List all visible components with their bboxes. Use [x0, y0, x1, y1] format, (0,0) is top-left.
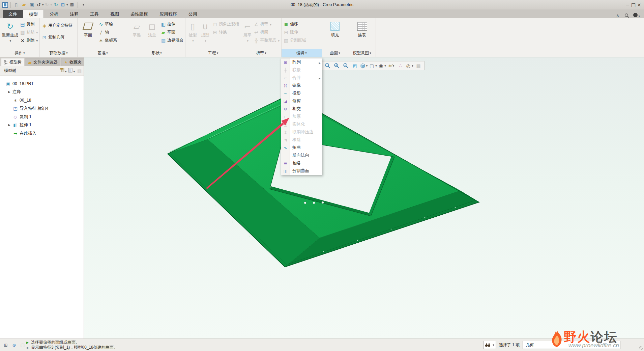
close-window-icon[interactable]: ⊠ — [68, 1, 76, 8]
status-box-icon[interactable]: ▢ — [20, 342, 26, 348]
group-label-surfaces[interactable]: 曲面 — [322, 49, 348, 57]
rip-button[interactable]: ▯ 扯裂 — [186, 19, 199, 49]
copy-geometry-button[interactable]: ⊡复制几何 — [41, 34, 72, 41]
render-icon[interactable]: ▦ — [414, 62, 423, 70]
sketch-button[interactable]: ∿草绘 — [98, 21, 117, 28]
menu-item-project[interactable]: ≈投影 — [281, 89, 322, 97]
menu-item-merge[interactable]: ⌐合并 — [281, 74, 322, 82]
tree-item-part[interactable]: ▣00_18.PRT — [0, 80, 84, 88]
extend-button[interactable]: ⊟延伸 — [283, 29, 306, 36]
menu-item-split-surface[interactable]: ◫分割曲面 — [281, 167, 322, 175]
annotation-display-icon[interactable]: ◎ — [405, 62, 414, 70]
new-file-icon[interactable]: ▯ — [12, 1, 20, 8]
tab-flex-modeling[interactable]: 柔性建模 — [125, 10, 154, 18]
zoom-out-icon[interactable] — [341, 62, 350, 70]
menu-item-mirror[interactable]: )(镜像 — [281, 82, 322, 89]
menu-item-join[interactable]: ┼联接 — [281, 66, 322, 74]
spin-center-icon[interactable]: ∴ — [396, 62, 405, 70]
extrude-button[interactable]: ◧拉伸 — [160, 21, 183, 28]
tab-favorites[interactable]: ★ 收藏夹 — [61, 58, 84, 66]
convert-button[interactable]: ⊞转换 — [212, 29, 239, 36]
group-label-datum[interactable]: 基准 — [78, 49, 128, 57]
offset-button[interactable]: ≡偏移 — [283, 21, 306, 28]
udf-button[interactable]: ◈用户定义特征 — [41, 22, 72, 29]
plane-button[interactable]: 平面 — [79, 19, 97, 49]
split-area-button[interactable]: ▧分割区域 — [283, 37, 306, 44]
part-3d-model[interactable] — [84, 57, 644, 339]
paste-button[interactable]: ▥粘贴 — [20, 29, 38, 36]
tree-item-extrude[interactable]: ◧拉伸 1 — [0, 121, 84, 130]
form-button[interactable]: ∪ 成型 — [199, 19, 211, 49]
search-icon[interactable] — [624, 13, 629, 18]
tree-filter-button[interactable] — [68, 68, 75, 74]
menu-item-envelope[interactable]: ≡包络 — [281, 159, 322, 167]
fill-button[interactable]: 填充 — [326, 19, 345, 49]
boundary-blend-button[interactable]: ▨边界混合 — [160, 37, 183, 44]
tree-item-copy[interactable]: ◇复制 1 — [0, 113, 84, 121]
menu-item-remove[interactable]: ◥移除 — [281, 136, 322, 144]
datum-display-icon[interactable]: ∗⁄ — [387, 62, 396, 70]
menu-item-pattern[interactable]: ⊞阵列 — [281, 58, 322, 66]
tree-tools-button[interactable] — [60, 68, 67, 74]
group-label-bends[interactable]: 折弯 — [241, 49, 281, 57]
bend-back-button[interactable]: ↩折回 — [253, 29, 280, 36]
zoom-region-icon[interactable] — [323, 62, 332, 70]
regenerate-quick-icon[interactable]: ↻ — [52, 1, 60, 8]
status-web-icon[interactable]: ⊕ — [11, 342, 17, 348]
tree-item-annotations[interactable]: 注释 — [0, 88, 84, 97]
tab-tools[interactable]: 工具 — [84, 10, 105, 18]
menu-item-solidify[interactable]: ◳实体化 — [281, 120, 322, 128]
delete-button[interactable]: ×删除 — [20, 37, 38, 44]
tree-item-csys[interactable]: ∗00_18 — [0, 96, 84, 105]
flat-pattern-button[interactable]: ╬平整形态 — [253, 37, 280, 44]
menu-item-trim[interactable]: ◪修剪 — [281, 97, 322, 105]
view-capture-icon[interactable]: ◉ — [378, 62, 386, 70]
tab-folder-browser[interactable]: ▰ 文件夹浏览器 — [25, 58, 60, 66]
flange-button[interactable]: ◻ 法兰 — [145, 19, 160, 49]
menu-item-thicken[interactable]: ⊏加厚 — [281, 113, 322, 120]
group-label-shapes[interactable]: 形状 — [128, 49, 185, 57]
unbend-button[interactable]: ⌐ 展平 — [242, 19, 253, 49]
tab-annotate[interactable]: 注释 — [64, 10, 84, 18]
tree-item-import-feature[interactable]: ◳导入特征 标识4 — [0, 105, 84, 113]
tree-settings-icon[interactable]: ▥ — [77, 68, 82, 74]
group-label-operations[interactable]: 操作 — [0, 49, 39, 57]
window-switch-button[interactable]: ⊞ — [60, 1, 68, 8]
refit-icon[interactable]: ◩ — [350, 62, 359, 70]
group-label-engineering[interactable]: 工程 — [185, 49, 241, 57]
corner-relief-button[interactable]: ⊓拐角止裂槽 — [212, 21, 239, 28]
tree-item-insert-here[interactable]: →在此插入 — [0, 129, 84, 138]
qat-customize-button[interactable] — [80, 1, 87, 8]
open-file-icon[interactable]: ▰ — [20, 1, 28, 8]
tab-file[interactable]: 文件 — [3, 10, 23, 18]
display-style-icon[interactable] — [359, 62, 368, 70]
tab-model-tree[interactable]: 模型树 — [1, 58, 24, 66]
save-icon[interactable]: ▣ — [28, 1, 35, 8]
menu-item-warp[interactable]: ∿扭曲 — [281, 144, 322, 152]
close-button[interactable]: × — [636, 1, 642, 8]
tab-view[interactable]: 视图 — [105, 10, 125, 18]
app-menu-button[interactable] — [1, 1, 9, 8]
bend-button[interactable]: ∠折弯 — [253, 21, 280, 28]
account-button[interactable] — [633, 13, 640, 18]
group-label-editing[interactable]: 编辑 — [282, 49, 322, 57]
undo-button[interactable]: ↺ — [36, 1, 44, 8]
menu-item-remove-punch[interactable]: ↥取消冲压边 — [281, 128, 322, 136]
tab-applications[interactable]: 应用程序 — [154, 10, 183, 18]
copy-button[interactable]: ▤复制 — [20, 21, 38, 28]
redo-button[interactable]: ↻ — [44, 1, 52, 8]
tab-analysis[interactable]: 分析 — [44, 10, 64, 18]
tab-common[interactable]: 公用 — [183, 10, 203, 18]
csys-button[interactable]: ∗坐标系 — [98, 37, 117, 44]
regenerate-button[interactable]: ↻ 重新生成 — [1, 19, 19, 49]
axis-button[interactable]: ∕轴 — [98, 29, 117, 36]
minimize-ribbon-icon[interactable]: ∧ — [615, 13, 620, 18]
expander-icon[interactable] — [7, 90, 12, 93]
group-label-get-data[interactable]: 获取数据 — [40, 49, 77, 57]
minimize-button[interactable]: − — [625, 1, 631, 8]
family-table-button[interactable]: 族表 — [353, 19, 372, 49]
planar-button[interactable]: ▰平面 — [160, 29, 183, 36]
find-button[interactable] — [483, 341, 496, 349]
group-label-model-intent[interactable]: 模型意图 — [348, 49, 376, 57]
maximize-button[interactable]: □ — [631, 1, 636, 8]
